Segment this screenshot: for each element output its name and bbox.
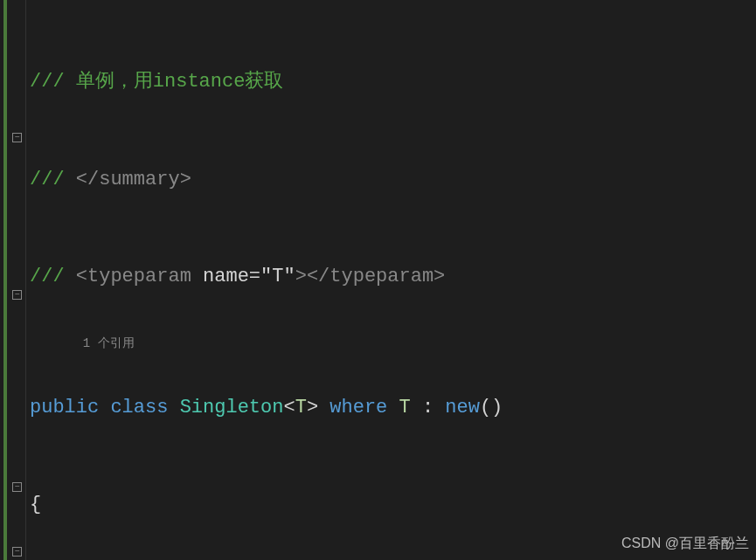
typeparam-t: T (295, 397, 307, 418)
xml-tag: <typeparam (76, 266, 191, 287)
code-editor: − − − − /// 单例，用instance获取 /// </summary… (0, 0, 756, 560)
fold-get-icon[interactable]: − (12, 547, 22, 557)
xml-attr: name (191, 266, 249, 287)
watermark: CSDN @百里香酚兰 (621, 531, 749, 555)
fold-prop-icon[interactable]: − (12, 482, 22, 492)
type-singleton: Singleton (180, 397, 284, 418)
fold-class-icon[interactable]: − (12, 133, 22, 142)
code-area[interactable]: /// 单例，用instance获取 /// </summary> /// <t… (26, 0, 503, 560)
keyword-where: where (329, 397, 387, 418)
change-bar (3, 0, 7, 560)
xml-comment: /// 单例，用instance获取 (30, 71, 283, 93)
xml-tag: </typeparam> (307, 266, 445, 287)
codelens-class[interactable]: 1 个引用 (76, 336, 135, 350)
fold-ctor-icon[interactable]: − (12, 290, 22, 300)
xml-attr-value: "T" (260, 266, 295, 287)
gutter: − − − − (0, 0, 26, 560)
keyword-class: class (110, 397, 168, 418)
xml-comment: /// (30, 266, 76, 287)
xml-comment: /// (30, 169, 76, 190)
brace-open: { (30, 494, 41, 515)
keyword-new: new (445, 397, 480, 418)
keyword-public: public (30, 397, 99, 418)
xml-tag: </summary> (76, 169, 191, 190)
